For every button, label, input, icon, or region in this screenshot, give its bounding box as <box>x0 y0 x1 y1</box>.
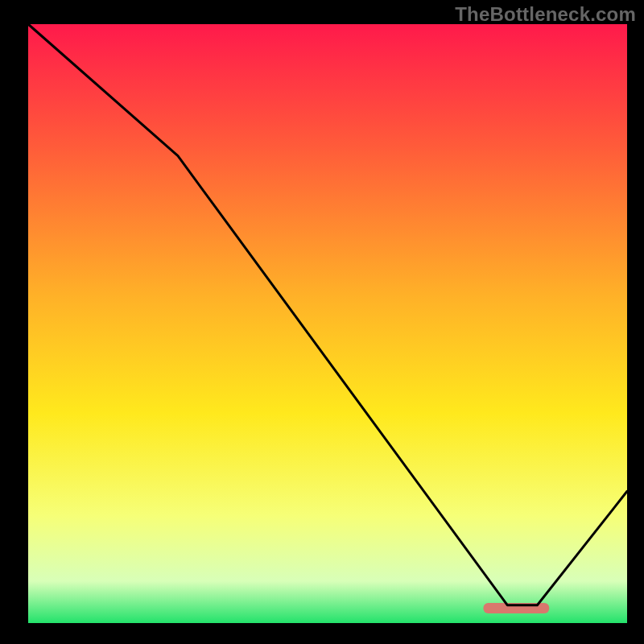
plot-area <box>28 24 627 623</box>
watermark-text: TheBottleneck.com <box>455 3 636 26</box>
chart-container: { "watermark": "TheBottleneck.com", "cha… <box>0 0 644 644</box>
bottleneck-chart <box>0 0 644 644</box>
